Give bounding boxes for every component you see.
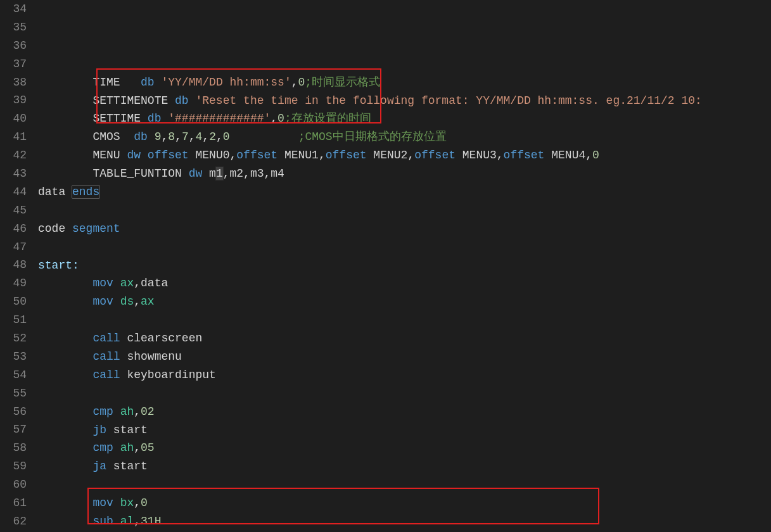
line-number: 60 xyxy=(5,476,27,494)
code-line[interactable] xyxy=(38,384,771,403)
line-number: 54 xyxy=(5,366,27,384)
code-line[interactable]: mov bx,0 xyxy=(38,494,771,512)
code-content[interactable]: TIME db 'YY/MM/DD hh:mm:ss',0;时间显示格式 SET… xyxy=(38,0,771,532)
line-number: 34 xyxy=(5,0,27,18)
code-line[interactable]: jb start xyxy=(38,421,771,440)
code-line[interactable]: mov ax,data xyxy=(38,274,771,293)
line-number: 58 xyxy=(5,439,27,457)
line-number: 57 xyxy=(5,421,27,439)
code-line[interactable]: code segment xyxy=(38,220,771,238)
line-number: 51 xyxy=(5,311,27,329)
line-number: 59 xyxy=(5,457,27,476)
line-number: 62 xyxy=(5,512,27,531)
line-number: 55 xyxy=(5,384,27,403)
code-line[interactable]: MENU dw offset MENU0,offset MENU1,offset… xyxy=(38,146,771,165)
line-number: 50 xyxy=(5,293,27,311)
code-line[interactable]: ja start xyxy=(38,457,771,476)
code-line[interactable]: start: xyxy=(38,256,771,275)
line-number: 48 xyxy=(5,256,27,274)
code-line[interactable]: data ends xyxy=(38,183,771,201)
line-number-gutter: 3435363738394041424344454647484950515253… xyxy=(0,0,38,532)
code-line[interactable] xyxy=(38,476,771,494)
line-number: 47 xyxy=(5,238,27,256)
code-line[interactable]: TABLE_FUNTION dw m1,m2,m3,m4 xyxy=(38,165,771,183)
code-line[interactable]: call keyboardinput xyxy=(38,366,771,384)
line-number: 44 xyxy=(5,183,27,201)
line-number: 43 xyxy=(5,165,27,183)
code-line[interactable] xyxy=(38,201,771,220)
code-line[interactable]: SETTIME db '#############',0;存放设置的时间 xyxy=(38,110,771,128)
line-number: 46 xyxy=(5,220,27,238)
code-line[interactable] xyxy=(38,238,771,256)
code-line[interactable]: SETTIMENOTE db 'Reset the time in the fo… xyxy=(38,92,771,110)
code-line[interactable]: call clearscreen xyxy=(38,329,771,348)
line-number: 53 xyxy=(5,348,27,366)
code-line[interactable]: mov ds,ax xyxy=(38,293,771,311)
line-number: 36 xyxy=(5,37,27,55)
code-line[interactable]: cmp ah,05 xyxy=(38,439,771,457)
line-number: 61 xyxy=(5,494,27,512)
line-number: 42 xyxy=(5,146,27,165)
line-number: 41 xyxy=(5,128,27,146)
line-number: 40 xyxy=(5,110,27,128)
line-number: 45 xyxy=(5,201,27,220)
line-number: 35 xyxy=(5,18,27,37)
line-number: 49 xyxy=(5,274,27,293)
code-line[interactable] xyxy=(38,311,771,329)
line-number: 39 xyxy=(5,91,27,110)
code-line[interactable]: TIME db 'YY/MM/DD hh:mm:ss',0;时间显示格式 xyxy=(38,73,771,92)
code-editor[interactable]: 3435363738394041424344454647484950515253… xyxy=(0,0,771,532)
code-line[interactable]: call showmenu xyxy=(38,348,771,366)
line-number: 38 xyxy=(5,73,27,92)
line-number: 37 xyxy=(5,55,27,73)
code-line[interactable]: cmp ah,02 xyxy=(38,403,771,421)
line-number: 52 xyxy=(5,329,27,348)
code-line[interactable]: sub al,31H xyxy=(38,512,771,531)
line-number: 56 xyxy=(5,403,27,421)
code-line[interactable]: CMOS db 9,8,7,4,2,0 ;CMOS中日期格式的存放位置 xyxy=(38,128,771,146)
